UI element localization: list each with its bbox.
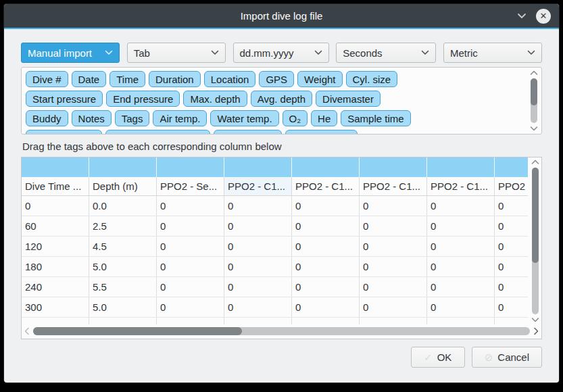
drop-target-cell[interactable]: [224, 157, 292, 177]
table-cell: 0: [224, 196, 292, 216]
drop-target-cell[interactable]: [495, 157, 528, 177]
column-header: PPO2 - C1...: [224, 177, 292, 195]
accent-line: [4, 28, 559, 29]
tag-avg-depth[interactable]: Avg. depth: [251, 91, 312, 107]
scroll-right-icon[interactable]: [532, 327, 540, 335]
tag-end-pressure[interactable]: End pressure: [106, 91, 180, 107]
scroll-up-icon[interactable]: [530, 70, 538, 76]
tag-water-temp[interactable]: Water temp.: [210, 110, 278, 126]
table-cell: 0: [427, 297, 495, 317]
table-cell: 0.0: [89, 196, 157, 216]
scroll-left-icon[interactable]: [23, 327, 31, 335]
import-options-row: Manual importTabdd.mm.yyyySecondsMetric: [21, 43, 542, 63]
drop-target-cell[interactable]: [292, 157, 360, 177]
table-cell: 300: [22, 297, 89, 317]
table-cell: 0: [495, 277, 528, 297]
drop-target-cell[interactable]: [427, 157, 495, 177]
tag-duration[interactable]: Duration: [149, 71, 201, 87]
table-hscrollbar[interactable]: [23, 325, 540, 337]
table-cell: 4.5: [89, 237, 157, 256]
cancel-button-label: Cancel: [497, 351, 529, 363]
chevron-down-icon: [527, 50, 535, 55]
table-vscrollbar-track[interactable]: [532, 168, 539, 314]
table-cell: 0: [495, 196, 528, 216]
tag-sample-time[interactable]: Sample time: [341, 110, 410, 126]
table-cell: 0: [292, 257, 360, 276]
table-hscrollbar-thumb[interactable]: [33, 327, 242, 335]
tags-scrollbar-thumb[interactable]: [531, 78, 537, 105]
table-cell: 0: [427, 196, 495, 216]
table-cell: 0: [292, 297, 360, 317]
tag-tags[interactable]: Tags: [115, 110, 150, 126]
tags-panel: Dive #DateTimeDurationLocationGPSWeightC…: [21, 67, 542, 134]
tag-sample-depth[interactable]: Sample depth: [26, 130, 102, 134]
tag-max-depth[interactable]: Max. depth: [183, 91, 247, 107]
table-hscrollbar-track[interactable]: [33, 327, 530, 335]
tag-sample-temperature[interactable]: Sample temperature: [105, 130, 211, 134]
scroll-down-icon[interactable]: [531, 316, 539, 323]
table-vscrollbar-thumb[interactable]: [532, 168, 539, 263]
cancel-button[interactable]: ⊘Cancel: [472, 347, 542, 368]
table-row: 1204.5000000: [22, 237, 528, 257]
shade-chevron-icon[interactable]: [517, 13, 527, 19]
titlebar[interactable]: Import dive log file ✕: [4, 4, 559, 28]
import-preview-table: Dive Time ...Depth (m)PPO2 - Se...PPO2 -…: [21, 157, 542, 339]
close-button[interactable]: ✕: [536, 9, 551, 24]
scroll-up-icon[interactable]: [531, 159, 539, 166]
tag-dive[interactable]: Dive #: [26, 71, 68, 87]
tag-weight[interactable]: Weight: [297, 71, 342, 87]
table-cell: 0: [495, 237, 528, 256]
table-header-row: Dive Time ...Depth (m)PPO2 - Se...PPO2 -…: [22, 177, 528, 196]
column-header: Depth (m): [89, 177, 157, 195]
table-row: 1805.0000000: [22, 257, 528, 277]
table-cell: 0: [157, 277, 224, 297]
combo-date-format[interactable]: dd.mm.yyyy: [233, 43, 329, 63]
tags-scrollbar-track[interactable]: [531, 78, 537, 123]
table-cell: 0: [360, 297, 427, 317]
tag-row: Sample depthSample temperatureSample pO₂…: [26, 130, 537, 134]
combo-duration-format[interactable]: Seconds: [336, 43, 436, 63]
combo-field-separator-value: Tab: [134, 47, 150, 59]
table-cell: 0: [157, 196, 224, 216]
tag-he[interactable]: He: [311, 110, 337, 126]
table-row: 602.5000000: [22, 216, 528, 237]
tag-air-temp[interactable]: Air temp.: [153, 110, 207, 126]
table-row: 3005.0000000: [22, 297, 528, 318]
table-cell: 240: [22, 277, 89, 297]
tags-scrollbar[interactable]: [529, 70, 539, 132]
tag-location[interactable]: Location: [204, 71, 256, 87]
drop-target-cell[interactable]: [89, 157, 157, 177]
combo-import-source[interactable]: Manual import: [21, 43, 120, 63]
tag-row: BuddyNotesTagsAir temp.Water temp.O₂HeSa…: [26, 110, 537, 126]
table-cell: 0: [224, 277, 292, 297]
tag-date[interactable]: Date: [72, 71, 107, 87]
combo-field-separator[interactable]: Tab: [127, 43, 226, 63]
tag-o[interactable]: O₂: [283, 110, 308, 126]
tag-start-pressure[interactable]: Start pressure: [26, 91, 103, 107]
tag-row: Dive #DateTimeDurationLocationGPSWeightC…: [26, 71, 537, 87]
tag-sample-cns[interactable]: Sample CNS: [285, 130, 358, 134]
ok-button[interactable]: ✓OK: [411, 347, 465, 368]
tag-time[interactable]: Time: [109, 71, 145, 87]
tag-divemaster[interactable]: Divemaster: [316, 91, 381, 107]
table-cell: 180: [22, 257, 89, 276]
column-header: PPO2 - C1...: [292, 177, 360, 195]
scroll-down-icon[interactable]: [530, 125, 538, 132]
tag-notes[interactable]: Notes: [72, 110, 112, 126]
table-vscrollbar[interactable]: [530, 159, 541, 323]
drop-target-cell[interactable]: [360, 157, 427, 177]
table-cell: 5.5: [89, 277, 157, 297]
chevron-down-icon: [105, 50, 113, 55]
tag-buddy[interactable]: Buddy: [26, 110, 68, 126]
chevron-down-icon: [314, 50, 322, 55]
drop-target-cell[interactable]: [22, 157, 89, 177]
table-cell: 0: [292, 277, 360, 297]
tag-cyl-size[interactable]: Cyl. size: [346, 71, 398, 87]
table-cell: 0: [427, 216, 495, 236]
combo-units[interactable]: Metric: [443, 43, 542, 63]
column-header: PPO2 - C1...: [360, 177, 427, 195]
table-cell: 0: [292, 196, 360, 216]
tag-sample-po[interactable]: Sample pO₂: [214, 130, 282, 134]
drop-target-cell[interactable]: [157, 157, 224, 177]
tag-gps[interactable]: GPS: [259, 71, 294, 87]
